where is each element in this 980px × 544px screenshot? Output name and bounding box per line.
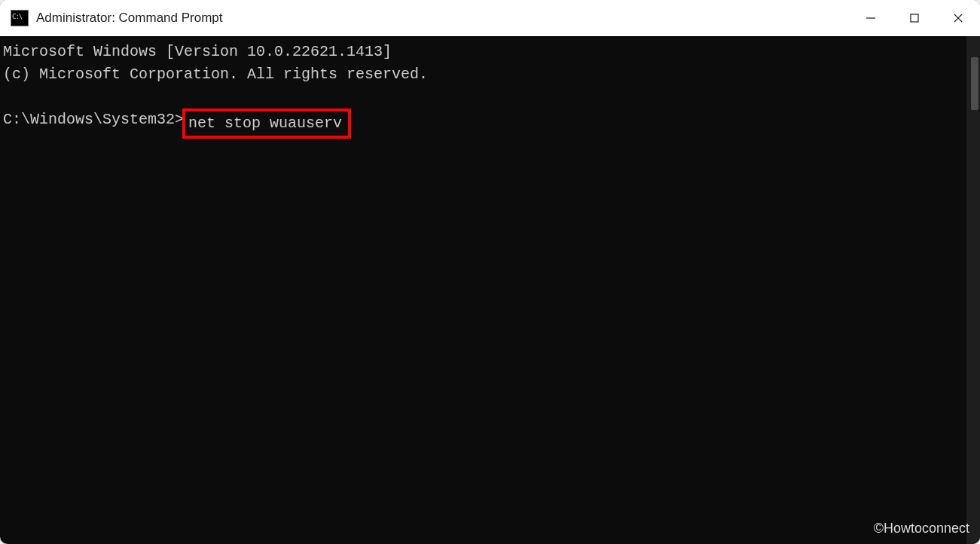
window-title: Administrator: Command Prompt: [36, 11, 849, 26]
blank-line: [3, 86, 963, 108]
version-line: Microsoft Windows [Version 10.0.22621.14…: [3, 41, 963, 63]
terminal-output[interactable]: Microsoft Windows [Version 10.0.22621.14…: [0, 36, 966, 544]
prompt-path: C:\Windows\System32>: [3, 111, 184, 128]
scrollbar-thumb[interactable]: [971, 57, 978, 110]
typed-command: net stop wuauserv: [188, 115, 342, 132]
titlebar[interactable]: Administrator: Command Prompt: [0, 0, 980, 36]
command-prompt-window: Administrator: Command Prompt Microsoft …: [0, 0, 980, 544]
minimize-button[interactable]: [849, 0, 893, 36]
vertical-scrollbar[interactable]: [966, 36, 980, 544]
maximize-button[interactable]: [893, 0, 936, 36]
close-button[interactable]: [936, 0, 980, 36]
client-area: Microsoft Windows [Version 10.0.22621.14…: [0, 36, 980, 544]
window-controls: [849, 0, 980, 36]
command-highlight: net stop wuauserv: [182, 108, 351, 139]
svg-rect-1: [911, 14, 918, 22]
maximize-icon: [909, 13, 920, 23]
copyright-line: (c) Microsoft Corporation. All rights re…: [3, 63, 963, 86]
close-icon: [953, 13, 963, 23]
minimize-icon: [866, 13, 876, 23]
prompt-line: C:\Windows\System32>net stop wuauserv: [3, 108, 963, 139]
cmd-icon: [11, 10, 29, 26]
